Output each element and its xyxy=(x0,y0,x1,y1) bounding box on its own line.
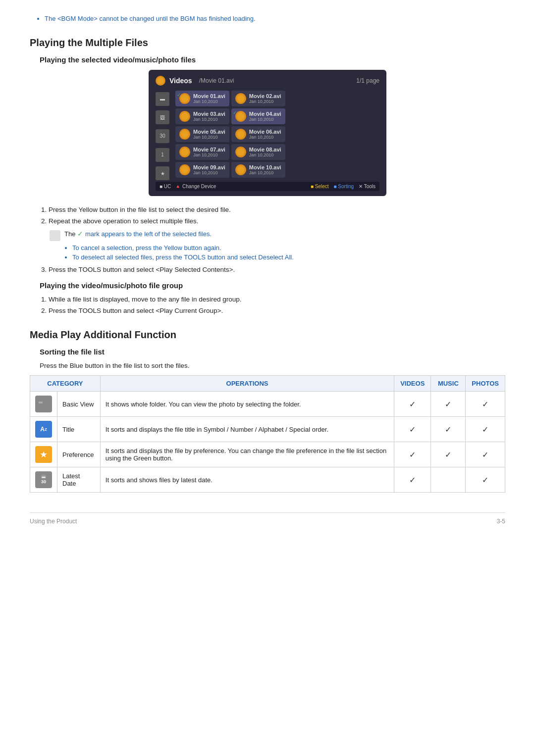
check-music-3: ✓ xyxy=(445,451,451,459)
videos-cell-1: ✓ xyxy=(394,392,431,417)
file-info-6: Movie 06.avi Jan 10,2010 xyxy=(249,129,281,140)
desc-cell-1: It shows whole folder. You can view the … xyxy=(100,392,394,417)
section1: Playing the Multiple Files Playing the s… xyxy=(30,37,505,314)
check-videos-3: ✓ xyxy=(409,451,416,459)
check-videos-1: ✓ xyxy=(409,400,416,408)
top-note-section: The <BGM Mode> cannot be changed until t… xyxy=(30,15,505,22)
file-name-8: Movie 08.avi xyxy=(249,147,281,152)
header-category: CATEGORY xyxy=(30,376,101,392)
tv-logo-icon xyxy=(156,76,165,86)
top-note-text: The <BGM Mode> cannot be changed until t… xyxy=(45,15,505,22)
tv-title: Videos xyxy=(169,77,192,85)
file-name-1: Movie 01.avi xyxy=(193,93,225,99)
music-cell-3: ✓ xyxy=(431,442,466,467)
az-icon: AZ xyxy=(35,421,52,438)
file-icon-1 xyxy=(179,93,190,104)
tv-file-grid: ✓ Movie 01.avi Jan 10,2010 Movie 02.avi … xyxy=(175,91,285,178)
videos-cell-4: ✓ xyxy=(394,467,431,493)
file-date-1: Jan 10,2010 xyxy=(193,99,225,104)
sidebar-icon-4: 1 xyxy=(156,148,169,162)
file-date-7: Jan 10,2010 xyxy=(193,152,225,157)
page-footer: Using the Product 3-5 xyxy=(30,512,505,525)
file-info-4: Movie 04.avi Jan 10,2010 xyxy=(249,111,281,122)
check-music-2: ✓ xyxy=(445,425,451,434)
name-cell-4: Latest Date xyxy=(57,467,101,493)
tv-file-item: Movie 10.avi Jan 10,2010 xyxy=(231,162,285,178)
note-block: The ✓ mark appears to the left of the se… xyxy=(50,230,505,261)
photos-cell-2: ✓ xyxy=(466,417,505,442)
tv-path: /Movie 01.avi xyxy=(199,77,234,84)
check-photos-3: ✓ xyxy=(482,451,488,459)
table-body: Basic View It shows whole folder. You ca… xyxy=(30,392,505,493)
tv-header-left: Videos /Movie 01.avi xyxy=(156,76,234,86)
tv-header: Videos /Movie 01.avi 1/1 page xyxy=(156,76,379,86)
icon-cell-1 xyxy=(30,392,57,417)
music-cell-2: ✓ xyxy=(431,417,466,442)
header-videos: VIDEOS xyxy=(394,376,431,392)
check-mark-4: ✓ xyxy=(233,110,237,115)
tv-uc-label: ■ UC xyxy=(160,184,171,189)
steps-list-2: Press the TOOLS button and select <Play … xyxy=(40,266,505,273)
file-info-1: Movie 01.avi Jan 10,2010 xyxy=(193,93,225,104)
file-info-3: Movie 03.avi Jan 10,2010 xyxy=(193,111,225,122)
star-icon: ★ xyxy=(35,446,52,463)
tv-sidebar-icons: ▬ 🖼 30 1 ★ xyxy=(156,91,169,182)
step-2: Repeat the above operation to select mul… xyxy=(49,217,505,225)
steps-list-3: While a file list is displayed, move to … xyxy=(40,296,505,314)
icon-cell-3: ★ xyxy=(30,442,57,467)
file-name-2: Movie 02.avi xyxy=(249,93,281,99)
note-item-main: The ✓ mark appears to the left of the se… xyxy=(50,230,505,241)
file-date-10: Jan 10,2010 xyxy=(249,170,281,175)
file-icon-5 xyxy=(179,129,190,140)
header-music: MUSIC xyxy=(431,376,466,392)
bullet-notes: To cancel a selection, press the Yellow … xyxy=(64,244,505,261)
footer-right: 3-5 xyxy=(497,518,505,525)
tv-file-item: Movie 06.avi Jan 10,2010 xyxy=(231,126,285,142)
desc-cell-2: It sorts and displays the file title in … xyxy=(100,417,394,442)
tv-change-device: 🔺 Change Device xyxy=(175,184,216,189)
section1-title: Playing the Multiple Files xyxy=(30,37,505,49)
file-info-8: Movie 08.avi Jan 10,2010 xyxy=(249,147,281,157)
bullet-note-2: To deselect all selected files, press th… xyxy=(72,253,505,261)
header-operations: OPERATIONS xyxy=(100,376,394,392)
table-row: Basic View It shows whole folder. You ca… xyxy=(30,392,505,417)
name-cell-1: Basic View xyxy=(57,392,101,417)
file-name-3: Movie 03.avi xyxy=(193,111,225,117)
header-photos: PHOTOS xyxy=(466,376,505,392)
photos-cell-1: ✓ xyxy=(466,392,505,417)
tv-footer-right: ■ Select ■ Sorting ✕ Tools xyxy=(311,184,375,189)
file-icon-2 xyxy=(235,93,246,104)
tv-file-item: ✓ Movie 01.avi Jan 10,2010 xyxy=(175,91,229,106)
section2-title: Media Play Additional Function xyxy=(30,329,505,341)
note-icon xyxy=(50,230,60,241)
file-date-3: Jan 10,2010 xyxy=(193,117,225,122)
file-info-9: Movie 09.avi Jan 10,2010 xyxy=(193,164,225,175)
step-3: Press the TOOLS button and select <Play … xyxy=(49,266,505,273)
check-symbol: ✓ xyxy=(77,230,85,238)
icon-cell-2: AZ xyxy=(30,417,57,442)
tv-page: 1/1 page xyxy=(356,77,379,84)
sub1-label: Playing the selected video/music/photo f… xyxy=(40,55,505,64)
photos-cell-4: ✓ xyxy=(466,467,505,493)
file-name-4: Movie 04.avi xyxy=(249,111,281,117)
tv-content: ▬ 🖼 30 1 ★ ✓ Movie 01.avi Jan 10,2010 xyxy=(156,91,379,182)
file-info-7: Movie 07.avi Jan 10,2010 xyxy=(193,147,225,157)
note-main-text: The ✓ mark appears to the left of the se… xyxy=(64,230,212,238)
tv-file-item: ✓ Movie 04.avi Jan 10,2010 xyxy=(231,108,285,124)
desc-cell-4: It sorts and shows files by latest date. xyxy=(100,467,394,493)
file-date-6: Jan 10,2010 xyxy=(249,135,281,140)
file-icon-8 xyxy=(235,147,246,157)
file-date-4: Jan 10,2010 xyxy=(249,117,281,122)
tv-ui-mockup: Videos /Movie 01.avi 1/1 page ▬ 🖼 30 1 ★… xyxy=(149,70,386,196)
folder-icon xyxy=(35,396,52,412)
sidebar-icon-1: ▬ xyxy=(156,92,169,106)
videos-cell-3: ✓ xyxy=(394,442,431,467)
file-name-10: Movie 10.avi xyxy=(249,164,281,170)
videos-cell-2: ✓ xyxy=(394,417,431,442)
file-name-5: Movie 05.avi xyxy=(193,129,225,135)
step-1: Press the Yellow button in the file list… xyxy=(49,206,505,213)
music-cell-4 xyxy=(431,467,466,493)
check-music-1: ✓ xyxy=(445,400,451,408)
note-the: The xyxy=(64,230,75,238)
bullet-note-1: To cancel a selection, press the Yellow … xyxy=(72,244,505,252)
